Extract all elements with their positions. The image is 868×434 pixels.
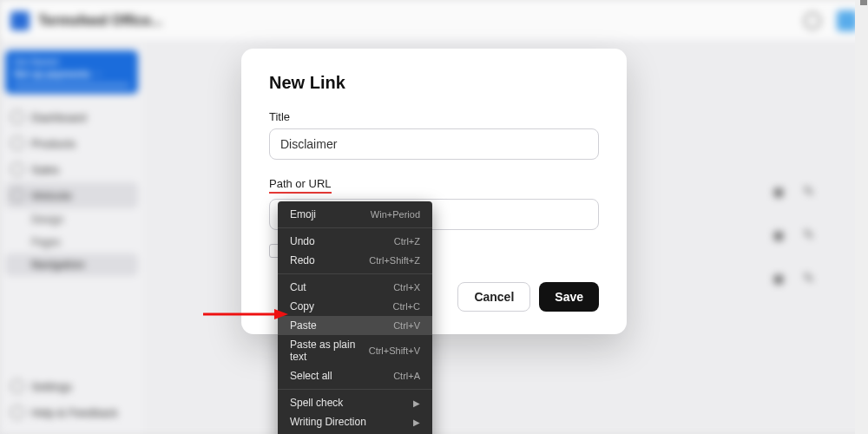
modal-title: New Link — [269, 73, 599, 93]
context-menu-spellcheck[interactable]: Spell check ▶ — [278, 393, 432, 412]
context-menu-redo[interactable]: Redo Ctrl+Shift+Z — [278, 251, 432, 270]
chevron-right-icon: ▶ — [413, 398, 420, 408]
context-menu-emoji[interactable]: Emoji Win+Period — [278, 205, 432, 224]
context-menu: Emoji Win+Period Undo Ctrl+Z Redo Ctrl+S… — [278, 201, 432, 434]
context-menu-writing-direction[interactable]: Writing Direction ▶ — [278, 412, 432, 431]
context-menu-copy[interactable]: Copy Ctrl+C — [278, 297, 432, 316]
context-menu-paste-plain[interactable]: Paste as plain text Ctrl+Shift+V — [278, 335, 432, 366]
title-label: Title — [269, 110, 599, 123]
chevron-right-icon: ▶ — [413, 418, 420, 427]
context-menu-paste[interactable]: Paste Ctrl+V — [278, 316, 432, 335]
save-button[interactable]: Save — [539, 282, 599, 312]
path-label: Path or URL — [269, 177, 332, 194]
title-input[interactable] — [269, 128, 599, 160]
context-menu-undo[interactable]: Undo Ctrl+Z — [278, 232, 432, 251]
modal-backdrop: New Link Title Path or URL V Cancel Save — [0, 0, 868, 434]
cancel-button[interactable]: Cancel — [457, 282, 530, 312]
scrollbar-thumb[interactable] — [860, 0, 867, 5]
vertical-scrollbar[interactable] — [855, 0, 868, 434]
context-menu-cut[interactable]: Cut Ctrl+X — [278, 278, 432, 297]
context-menu-select-all[interactable]: Select all Ctrl+A — [278, 366, 432, 385]
